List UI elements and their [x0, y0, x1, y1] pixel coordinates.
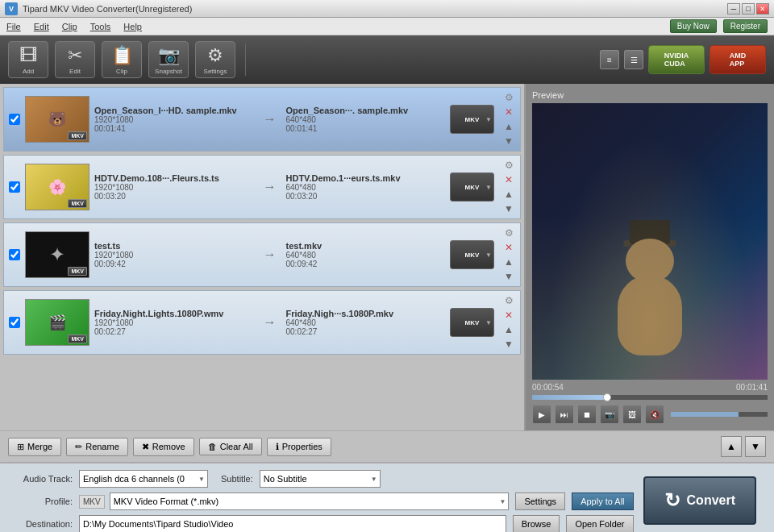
preview-progress-bar[interactable] — [532, 395, 768, 400]
menu-file[interactable]: File — [6, 22, 21, 31]
file-remove-button-0[interactable]: ✕ — [502, 106, 515, 118]
maximize-button[interactable]: □ — [742, 3, 755, 15]
file-output-info-2: test.mkv 640*480 00:09:42 — [286, 241, 446, 268]
merge-button[interactable]: ⊞ Merge — [8, 438, 61, 456]
detail-view-button[interactable]: ☰ — [624, 50, 643, 69]
preview-progress-handle[interactable] — [603, 393, 611, 401]
file-actions-3: ⚙ ✕ ▲ ▼ — [502, 294, 515, 351]
file-checkbox-3[interactable] — [9, 317, 20, 328]
snapshot-label: Snapshot — [155, 68, 182, 75]
toolbar-separator — [245, 44, 246, 76]
add-video-button[interactable]: 🎞 Add — [8, 41, 48, 78]
volume-fill — [671, 412, 739, 417]
subtitle-select-wrap: No Subtitle ▼ — [260, 470, 381, 488]
remove-icon: ✖ — [142, 442, 149, 452]
format-button-3[interactable]: MKV ▼ — [450, 308, 494, 337]
app-title: Tipard MKV Video Converter(Unregistered) — [23, 4, 727, 14]
menu-tools[interactable]: Tools — [90, 22, 111, 31]
file-up-button-0[interactable]: ▲ — [502, 120, 515, 133]
list-view-button[interactable]: ≡ — [600, 50, 619, 69]
file-remove-button-3[interactable]: ✕ — [502, 309, 515, 322]
apply-to-all-button[interactable]: Apply to All — [572, 493, 633, 510]
browse-button[interactable]: Browse — [513, 515, 560, 532]
format-button-2[interactable]: MKV ▼ — [450, 240, 494, 269]
snapshot-button[interactable]: 📷 — [600, 405, 619, 424]
format-dropdown-arrow-1: ▼ — [485, 184, 492, 191]
rename-button[interactable]: ✏ Rename — [66, 438, 128, 456]
register-button[interactable]: Register — [723, 19, 768, 33]
scroll-down-button[interactable]: ▼ — [745, 436, 766, 457]
menu-edit[interactable]: Edit — [34, 22, 49, 31]
file-down-button-0[interactable]: ▼ — [502, 135, 515, 148]
file-settings-button-2[interactable]: ⚙ — [502, 227, 515, 239]
file-down-button-2[interactable]: ▼ — [502, 270, 515, 283]
profile-row: Profile: MKV MKV Video Format (*.mkv) ▼ … — [8, 493, 634, 510]
menu-help[interactable]: Help — [123, 22, 142, 31]
preview-time: 00:00:54 00:01:41 — [532, 383, 768, 392]
stop-button[interactable]: ⏹ — [577, 405, 597, 424]
settings-label: Settings — [204, 68, 227, 75]
close-button[interactable]: ✕ — [756, 3, 769, 15]
edit-icon: ✂ — [68, 45, 82, 66]
apply-label: Apply to All — [580, 497, 624, 506]
settings-button[interactable]: ⚙ Settings — [195, 41, 235, 78]
source-dur-0: 00:01:41 — [94, 124, 254, 133]
file-remove-button-1[interactable]: ✕ — [502, 173, 515, 186]
open-folder-button[interactable]: Open Folder — [566, 515, 633, 532]
volume-slider[interactable] — [671, 412, 768, 417]
audio-subtitle-row: Audio Track: English dca 6 channels (0 ▼… — [8, 470, 634, 488]
preview-total-time: 00:01:41 — [736, 383, 768, 392]
play-button[interactable]: ▶ — [532, 405, 551, 424]
rename-icon: ✏ — [75, 442, 82, 452]
profile-select[interactable]: MKV Video Format (*.mkv) — [110, 493, 510, 510]
file-checkbox-0[interactable] — [9, 114, 20, 125]
format-button-1[interactable]: MKV ▼ — [450, 172, 494, 202]
menu-clip[interactable]: Clip — [62, 22, 77, 31]
clip-button[interactable]: 📋 Clip — [102, 41, 142, 78]
edit-button[interactable]: ✂ Edit — [55, 41, 95, 78]
subtitle-select[interactable]: No Subtitle — [260, 470, 381, 488]
table-row: 🌸 MKV HDTV.Demo.108···.Fleurs.ts.ts 1920… — [3, 155, 521, 219]
buy-now-button[interactable]: Buy Now — [670, 19, 717, 33]
file-down-button-1[interactable]: ▼ — [502, 202, 515, 215]
file-checkbox-1[interactable] — [9, 181, 20, 193]
output-res-3: 640*480 — [286, 318, 446, 327]
minimize-button[interactable]: ─ — [727, 3, 740, 15]
source-res-2: 1920*1080 — [94, 251, 254, 260]
file-settings-button-3[interactable]: ⚙ — [502, 294, 515, 307]
file-up-button-3[interactable]: ▲ — [502, 323, 515, 336]
convert-button[interactable]: ↻ Convert — [643, 476, 756, 525]
file-checkbox-2[interactable] — [9, 249, 20, 260]
source-dur-1: 00:03:20 — [94, 192, 254, 201]
nvidia-button[interactable]: NVIDIACUDA — [648, 45, 705, 74]
clear-all-button[interactable]: 🗑 Clear All — [199, 438, 262, 455]
file-down-button-3[interactable]: ▼ — [502, 338, 515, 351]
destination-input[interactable] — [79, 515, 506, 532]
file-source-info-3: Friday.Night.Lights.1080P.wmv 1920*1080 … — [94, 309, 254, 336]
snapshot-button[interactable]: 📷 Snapshot — [148, 41, 189, 78]
profile-settings-button[interactable]: Settings — [515, 493, 565, 510]
file-up-button-1[interactable]: ▲ — [502, 188, 515, 201]
file-remove-button-2[interactable]: ✕ — [502, 241, 515, 254]
amd-button[interactable]: AMDAPP — [710, 45, 766, 74]
file-up-button-2[interactable]: ▲ — [502, 256, 515, 268]
audio-track-select-wrap: English dca 6 channels (0 ▼ — [79, 470, 208, 488]
properties-button[interactable]: ℹ Properties — [267, 438, 331, 456]
navigation-buttons: ▲ ▼ — [721, 436, 766, 457]
source-name-0: Open_Season_I···HD. sample.mkv — [94, 106, 254, 115]
format-label-3: MKV — [465, 319, 480, 326]
step-forward-button[interactable]: ⏭ — [555, 405, 574, 424]
output-name-0: Open_Season···. sample.mkv — [286, 106, 446, 115]
mute-button[interactable]: 🔇 — [645, 405, 664, 424]
audio-track-select[interactable]: English dca 6 channels (0 — [79, 470, 208, 488]
scroll-up-button[interactable]: ▲ — [721, 436, 742, 457]
screenshot-button[interactable]: 🖼 — [622, 405, 642, 424]
file-settings-button-0[interactable]: ⚙ — [502, 91, 515, 104]
toolbar-right: ≡ ☰ NVIDIACUDA AMDAPP — [600, 45, 766, 74]
file-settings-button-1[interactable]: ⚙ — [502, 159, 515, 172]
bottom-toolbar: ⊞ Merge ✏ Rename ✖ Remove 🗑 Clear All ℹ … — [0, 430, 774, 462]
file-source-info-1: HDTV.Demo.108···.Fleurs.ts.ts 1920*1080 … — [94, 173, 254, 201]
format-button-0[interactable]: MKV ▼ — [450, 105, 494, 134]
remove-button[interactable]: ✖ Remove — [133, 438, 194, 456]
add-video-icon: 🎞 — [19, 45, 37, 66]
